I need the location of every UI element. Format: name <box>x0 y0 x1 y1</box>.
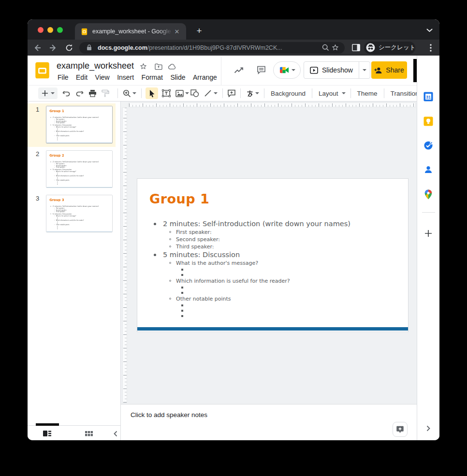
side-panel-icon[interactable] <box>350 42 362 54</box>
layout-button[interactable]: Layout <box>316 90 341 97</box>
speaker-notes-placeholder[interactable]: Click to add speaker notes <box>131 411 207 418</box>
slides-logo[interactable] <box>35 61 50 79</box>
bullet-marker <box>57 140 58 140</box>
rail-divider <box>422 212 435 213</box>
bullet-marker <box>54 163 55 164</box>
close-traffic-light[interactable] <box>38 27 44 33</box>
undo-icon[interactable] <box>61 88 71 98</box>
insert-image-caret[interactable] <box>184 88 190 98</box>
bullet-marker <box>57 226 58 227</box>
bullet-text: First speaker: <box>176 229 212 236</box>
bullet-text: 5 minutes: Discussion <box>53 124 72 126</box>
tab-search-chevron-icon[interactable] <box>424 25 435 36</box>
new-slide-caret[interactable] <box>50 88 56 98</box>
google-tasks-icon[interactable] <box>423 141 433 150</box>
slide-title[interactable]: Group 1 <box>149 191 209 207</box>
slideshow-button[interactable]: Slideshow <box>304 62 359 78</box>
grid-view-icon[interactable] <box>84 429 94 438</box>
bullet-marker <box>154 254 156 256</box>
bullet-item: What is the author's message? <box>54 171 111 173</box>
bullet-marker <box>54 180 55 180</box>
slide-canvas[interactable]: Group 1 2 minutes: Self-introduction (wr… <box>121 101 417 404</box>
slide-thumbnail-3[interactable]: Group 3 2 minutes: Self-introduction (wr… <box>46 195 113 232</box>
google-calendar-icon[interactable]: 31 <box>423 92 433 101</box>
url-bar[interactable]: docs.google.com/presentation/d/1H9Bbuj9P… <box>79 42 345 54</box>
document-title[interactable]: example_worksheet <box>57 61 134 71</box>
minimize-traffic-light[interactable] <box>47 27 53 33</box>
browser-window: example_worksheet - Google S ✕ + docs.go… <box>28 19 439 440</box>
reload-icon[interactable] <box>63 42 75 54</box>
zoom-tool-icon[interactable] <box>122 88 131 98</box>
star-document-icon[interactable] <box>139 62 147 71</box>
new-slide-plus-icon[interactable] <box>40 88 50 98</box>
menu-format[interactable]: Format <box>142 73 163 81</box>
slide-thumbnail-row-2[interactable]: 2 Group 2 2 minutes: Self-introduction (… <box>28 148 116 191</box>
expand-side-panel-icon[interactable] <box>423 423 433 433</box>
menu-edit[interactable]: Edit <box>76 73 88 81</box>
insert-line-icon[interactable] <box>203 88 213 98</box>
forward-icon[interactable] <box>47 42 59 54</box>
google-maps-icon[interactable] <box>423 189 433 199</box>
input-tools-caret[interactable] <box>254 88 260 98</box>
theme-button[interactable]: Theme <box>355 90 380 97</box>
slide-thumbnail-row-3[interactable]: 3 Group 3 2 minutes: Self-introduction (… <box>28 192 116 236</box>
menu-bar: File Edit View Insert Format Slide Arran… <box>58 73 221 82</box>
insert-image-icon[interactable] <box>175 88 184 98</box>
back-icon[interactable] <box>31 42 43 54</box>
slide-number: 3 <box>36 195 39 202</box>
select-tool-icon[interactable] <box>146 87 158 99</box>
move-to-folder-icon[interactable] <box>154 62 162 71</box>
bullet-text: 5 minutes: Discussion <box>53 168 72 171</box>
print-icon[interactable] <box>88 88 97 98</box>
text-box-icon[interactable] <box>161 88 171 98</box>
slide-thumbnail-2[interactable]: Group 2 2 minutes: Self-introduction (wr… <box>46 150 113 188</box>
google-contacts-icon[interactable] <box>423 165 433 174</box>
bullet-text: Which information is useful for the read… <box>56 175 84 177</box>
zoom-caret[interactable] <box>131 88 137 98</box>
new-tab-button[interactable]: + <box>193 25 205 37</box>
browser-tab[interactable]: example_worksheet - Google S ✕ <box>75 23 186 40</box>
tab-close-icon[interactable]: ✕ <box>173 27 181 36</box>
fullscreen-traffic-light[interactable] <box>57 27 63 33</box>
svg-text:31: 31 <box>426 95 431 100</box>
menu-file[interactable]: File <box>58 73 69 81</box>
browser-menu-icon[interactable] <box>425 42 437 54</box>
bullet-item: Which information is useful for the read… <box>54 130 111 132</box>
input-tools-icon[interactable] <box>245 88 254 98</box>
bullet-text: Second speaker: <box>56 120 67 122</box>
bullet-item <box>57 181 111 183</box>
bullet-marker <box>57 184 58 185</box>
slide-body[interactable]: 2 minutes: Self-introduction (write down… <box>154 219 401 318</box>
slide-editor[interactable]: Group 1 2 minutes: Self-introduction (wr… <box>137 178 409 332</box>
google-keep-icon[interactable] <box>423 116 433 126</box>
comment-history-icon[interactable] <box>255 64 267 76</box>
insert-comment-icon[interactable] <box>227 88 236 98</box>
bullet-item <box>57 128 111 130</box>
explore-button[interactable] <box>393 422 408 437</box>
bullet-item: 2 minutes: Self-introduction (write down… <box>50 205 111 208</box>
slide-number: 1 <box>36 106 39 113</box>
menu-insert[interactable]: Insert <box>117 73 134 81</box>
menu-arrange[interactable]: Arrange <box>193 73 217 81</box>
layout-caret[interactable] <box>341 88 347 98</box>
insert-line-caret[interactable] <box>213 88 219 98</box>
zoom-page-icon[interactable] <box>321 43 330 53</box>
add-addon-icon[interactable] <box>423 229 433 238</box>
insert-shape-icon[interactable] <box>190 88 200 98</box>
filmstrip-view-icon[interactable] <box>42 429 52 438</box>
slide-thumbnail-1[interactable]: Group 1 2 minutes: Self-introduction (wr… <box>46 106 113 144</box>
background-button[interactable]: Background <box>268 90 308 97</box>
share-button[interactable]: Share <box>371 61 407 79</box>
bookmark-star-icon[interactable] <box>330 43 340 53</box>
redo-icon[interactable] <box>74 88 84 98</box>
meet-button[interactable] <box>273 61 301 79</box>
collapse-filmstrip-icon[interactable] <box>111 429 120 438</box>
menu-slide[interactable]: Slide <box>170 73 185 81</box>
cloud-saved-icon[interactable] <box>168 62 176 71</box>
slide-thumbnail-row-1[interactable]: 1 Group 1 2 minutes: Self-introduction (… <box>28 103 116 147</box>
activity-trend-icon[interactable] <box>233 64 245 76</box>
menu-view[interactable]: View <box>95 73 110 81</box>
bullet-item <box>57 173 111 174</box>
header-divider <box>221 57 221 85</box>
slideshow-dropdown[interactable] <box>359 62 370 78</box>
